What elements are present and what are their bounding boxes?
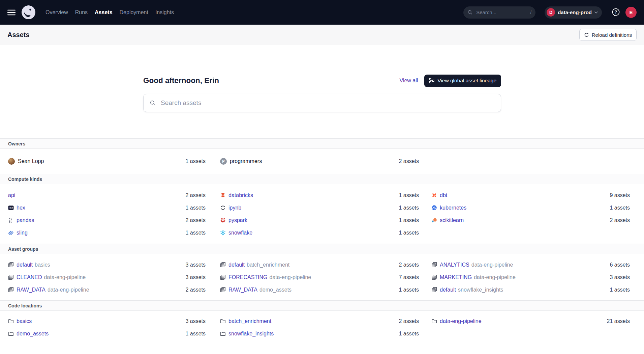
asset-link[interactable]: pandas [17, 217, 34, 223]
nav-deployment[interactable]: Deployment [120, 9, 148, 16]
section-asset-groups: Asset groups defaultbasics 3 assets defa… [0, 244, 644, 300]
asset-link[interactable]: CLEANEDdata-eng-pipeline [17, 274, 86, 280]
scikitlearn-icon [431, 217, 437, 223]
asset-search-input[interactable] [160, 99, 495, 107]
menu-icon[interactable] [7, 9, 16, 16]
summary-cell: data-eng-pipeline 21 assets [431, 318, 630, 324]
folder-icon [8, 318, 14, 324]
section-header: Code locations [0, 300, 644, 311]
help-icon[interactable]: ? [611, 8, 620, 17]
owner-name: Sean Lopp [18, 158, 44, 164]
asset-link-suffix: basics [35, 262, 50, 268]
asset-count: 6 assets [610, 262, 630, 268]
asset-link[interactable]: MARKETINGdata-eng-pipeline [440, 274, 516, 280]
nav-insights[interactable]: Insights [155, 9, 174, 16]
asset-link[interactable]: databricks [228, 192, 253, 198]
asset-link[interactable]: snowflake_insights [228, 331, 274, 337]
svg-text:HEX: HEX [9, 207, 13, 209]
asset-count: 2 assets [399, 158, 419, 164]
asset-count: 1 assets [185, 158, 206, 164]
summary-cell: Pprogrammers 2 assets [220, 158, 431, 165]
asset-link-suffix: batch_enrichment [247, 262, 289, 268]
summary-cell: RAW_DATAdemo_assets 1 assets [220, 287, 431, 293]
reload-definitions-button[interactable]: Reload definitions [579, 29, 637, 41]
table-row: basics 3 assets batch_enrichment 2 asset… [0, 315, 644, 327]
asset-link-suffix: data-eng-pipeline [270, 274, 311, 280]
asset-count: 2 assets [185, 192, 206, 198]
section-header: Compute kinds [0, 174, 644, 184]
asset-link[interactable]: snowflake [228, 230, 252, 236]
asset-link[interactable]: defaultsnowflake_insights [440, 287, 503, 293]
asset-link[interactable]: ipynb [228, 205, 241, 211]
summary-cell: snowflake_insights 1 assets [220, 331, 431, 337]
folder-icon [431, 318, 437, 324]
asset-link[interactable]: pyspark [228, 217, 247, 223]
asset-search-box[interactable] [143, 94, 501, 112]
summary-cell: sling 1 assets [8, 230, 220, 236]
summary-cell: RAW_DATAdata-eng-pipeline 2 assets [8, 287, 220, 293]
asset-link-suffix: demo_assets [259, 287, 292, 293]
asset-link[interactable]: FORECASTINGdata-eng-pipeline [228, 274, 311, 280]
asset-count: 1 assets [399, 287, 419, 293]
asset-link[interactable]: basics [17, 318, 32, 324]
owner-name: programmers [230, 158, 262, 164]
table-row: HEXhex 1 assets ipynb 1 assets kubernete… [0, 201, 644, 214]
asset-link[interactable]: defaultbatch_enrichment [228, 262, 289, 268]
user-avatar-button[interactable]: E [625, 7, 637, 18]
global-search-input[interactable] [476, 9, 527, 16]
global-search[interactable]: / [463, 6, 535, 19]
jupyter-icon [220, 205, 226, 211]
sling-icon [8, 230, 14, 236]
asset-link[interactable]: demo_assets [17, 331, 49, 337]
summary-cell: FORECASTINGdata-eng-pipeline 7 assets [220, 274, 431, 280]
asset-link[interactable]: kubernetes [440, 205, 466, 211]
summary-cell: defaultbasics 3 assets [8, 262, 220, 268]
table-row: CLEANEDdata-eng-pipeline 3 assets FORECA… [0, 271, 644, 283]
nav-runs[interactable]: Runs [75, 9, 88, 16]
nav-assets[interactable]: Assets [95, 9, 112, 16]
asset-link[interactable]: data-eng-pipeline [440, 318, 482, 324]
summary-cell: CLEANEDdata-eng-pipeline 3 assets [8, 274, 220, 280]
summary-cell: pandas 2 assets [8, 217, 220, 223]
asset-link[interactable]: hex [17, 205, 25, 211]
folder-icon [8, 331, 14, 336]
page-title: Assets [7, 31, 30, 39]
asset-link[interactable]: scikitlearn [440, 217, 464, 223]
greeting-title: Good afternoon, Erin [143, 76, 219, 85]
view-global-asset-lineage-button[interactable]: View global asset lineage [424, 75, 501, 87]
user-photo-avatar [8, 158, 15, 165]
asset-count: 7 assets [399, 274, 419, 280]
summary-cell: defaultsnowflake_insights 1 assets [431, 287, 630, 293]
asset-link[interactable]: RAW_DATAdemo_assets [228, 287, 292, 293]
view-all-link[interactable]: View all [400, 78, 418, 84]
section-title: Asset groups [8, 246, 38, 252]
section-header: Owners [0, 138, 644, 149]
table-row: RAW_DATAdata-eng-pipeline 2 assets RAW_D… [0, 283, 644, 296]
folder-icon [220, 318, 226, 324]
summary-cell: basics 3 assets [8, 318, 220, 324]
nav-overview[interactable]: Overview [45, 9, 68, 16]
summary-cell: MARKETINGdata-eng-pipeline 3 assets [431, 274, 630, 280]
asset-link[interactable]: sling [17, 230, 28, 236]
asset-group-icon [220, 274, 226, 280]
asset-group-icon [431, 274, 437, 280]
asset-link[interactable]: defaultbasics [17, 262, 50, 268]
asset-count: 21 assets [607, 318, 630, 324]
asset-link[interactable]: batch_enrichment [228, 318, 271, 324]
asset-link-suffix: data-eng-pipeline [474, 274, 516, 280]
dagster-logo-icon[interactable] [22, 5, 35, 19]
asset-link[interactable]: api [8, 192, 15, 198]
deployment-switcher[interactable]: D data-eng-prod [545, 6, 602, 19]
asset-count: 3 assets [185, 274, 206, 280]
asset-link[interactable]: ANALYTICSdata-eng-pipeline [440, 262, 513, 268]
asset-link[interactable]: dbt [440, 192, 447, 198]
asset-count: 1 assets [610, 287, 630, 293]
summary-cell: ipynb 1 assets [220, 205, 431, 211]
table-row: defaultbasics 3 assets defaultbatch_enri… [0, 258, 644, 271]
summary-cell: dbt 9 assets [431, 192, 630, 198]
bottom-divider [0, 353, 644, 353]
deployment-name: data-eng-prod [558, 9, 592, 15]
summary-cell: kubernetes 1 assets [431, 205, 630, 211]
section-title: Compute kinds [8, 176, 42, 182]
asset-link[interactable]: RAW_DATAdata-eng-pipeline [17, 287, 89, 293]
